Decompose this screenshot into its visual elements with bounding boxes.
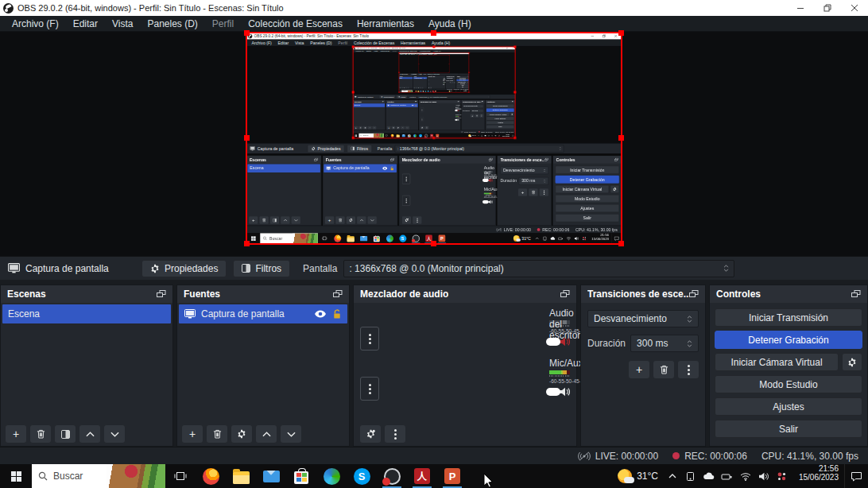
transition-options-button[interactable] xyxy=(678,361,699,378)
taskbar-firefox[interactable] xyxy=(196,464,226,488)
task-view-button[interactable] xyxy=(165,464,196,488)
close-button[interactable] xyxy=(841,0,868,16)
menu-archivo[interactable]: Archivo (F) xyxy=(5,16,66,32)
menu-ayuda[interactable]: Ayuda (H) xyxy=(421,16,479,32)
mixer-dock-header: Mezclador de audio xyxy=(428,76,446,77)
controls-dock-header[interactable]: Controles xyxy=(710,285,867,303)
restore-button[interactable] xyxy=(814,0,841,16)
menu-vista[interactable]: Vista xyxy=(105,16,140,32)
move-scene-down-button[interactable] xyxy=(104,425,125,443)
action-center-button[interactable] xyxy=(844,464,868,488)
properties-label: Propiedades xyxy=(317,146,340,151)
minimize-button[interactable] xyxy=(787,0,814,16)
move-source-up-button[interactable] xyxy=(256,425,277,443)
transition-select[interactable]: Desvanecimiento xyxy=(587,310,699,327)
menu-paneles[interactable]: Paneles (D) xyxy=(141,16,205,32)
taskbar-edge[interactable] xyxy=(316,464,347,488)
dock-float-icon[interactable] xyxy=(333,290,343,298)
sources-title: Fuentes xyxy=(387,101,394,103)
filters-button[interactable]: Filtros xyxy=(233,260,290,277)
tray-volume-icon xyxy=(460,91,462,91)
add-source-button[interactable]: + xyxy=(182,425,203,443)
remove-scene-button[interactable] xyxy=(30,425,51,443)
tray-wifi-icon[interactable] xyxy=(738,472,754,481)
scenes-dock-header[interactable]: Escenas xyxy=(1,285,172,303)
taskbar-powerpoint[interactable]: P xyxy=(437,464,467,488)
firefox-icon xyxy=(334,234,341,242)
move-scene-up-button[interactable] xyxy=(79,425,100,443)
source-properties-button[interactable] xyxy=(231,425,252,443)
menu-herramientas[interactable]: Herramientas xyxy=(350,16,421,32)
tray-device-icon[interactable] xyxy=(719,472,735,481)
sources-dock-header[interactable]: Fuentes xyxy=(177,285,349,303)
scene-item[interactable]: Escena xyxy=(2,304,171,323)
tray-app-icon[interactable] xyxy=(774,471,790,482)
remove-transition-button[interactable] xyxy=(653,361,674,378)
channel-options-button[interactable] xyxy=(360,377,379,401)
taskbar-mail[interactable] xyxy=(256,464,286,488)
menu-coleccion-escenas[interactable]: Colección de Escenas xyxy=(241,16,350,32)
minimize-button xyxy=(500,47,505,50)
tray-onedrive-icon[interactable] xyxy=(701,472,717,480)
captured-screen-surface xyxy=(419,56,449,72)
file-explorer-icon xyxy=(397,134,400,137)
spinner-arrows-icon[interactable] xyxy=(687,340,692,347)
properties-button[interactable]: Propiedades xyxy=(141,260,227,277)
start-button[interactable] xyxy=(0,464,32,488)
dock-float-icon[interactable] xyxy=(560,290,570,298)
mute-speaker-icon xyxy=(457,119,459,121)
source-item[interactable]: Captura de pantalla xyxy=(179,304,347,323)
preview-source-region[interactable]: OBS 29.0.2 (64-bit, windows) - Perfil: S… xyxy=(246,33,622,244)
stop-recording-button[interactable]: Detener Grabación xyxy=(715,331,862,349)
selection-handle xyxy=(432,137,435,139)
taskbar-acrobat[interactable]: 人 xyxy=(407,464,437,488)
channel-options-button[interactable] xyxy=(360,327,379,351)
exit-button[interactable]: Salir xyxy=(715,420,862,438)
spinner-arrows-icon[interactable] xyxy=(687,316,692,323)
tray-chevron-up-icon[interactable] xyxy=(665,474,680,478)
screen-select[interactable]: : 1366x768 @ 0.0 (Monitor principal) xyxy=(343,260,734,277)
meter-tick-labels: -60-55-50-45-40-35-30-25-20-15-10-50 xyxy=(549,377,570,385)
mixer-options-button[interactable] xyxy=(385,425,405,443)
transitions-dock-header[interactable]: Transiciones de esce... xyxy=(581,285,705,303)
search-box[interactable]: Buscar xyxy=(32,464,165,488)
menu-editar[interactable]: Editar xyxy=(66,16,105,32)
taskbar-obs[interactable] xyxy=(377,464,407,488)
virtual-camera-settings-button[interactable] xyxy=(842,353,862,371)
volume-slider[interactable] xyxy=(549,390,554,393)
mixer-dock-header[interactable]: Mezclador de audio xyxy=(354,285,576,303)
taskbar-store[interactable] xyxy=(286,464,316,488)
weather-widget[interactable]: 31°C xyxy=(611,464,665,488)
duration-label: Duración xyxy=(463,110,470,112)
channel-db-value: 0.0 dB xyxy=(447,78,448,79)
start-streaming-button[interactable]: Iniciar Transmisión xyxy=(715,308,862,327)
add-transition-button[interactable]: + xyxy=(629,361,649,378)
move-source-down-button[interactable] xyxy=(281,425,301,443)
dock-float-icon[interactable] xyxy=(689,290,699,298)
tray-tablet-icon[interactable] xyxy=(683,471,699,482)
settings-button[interactable]: Ajustes xyxy=(715,397,862,416)
dock-float-icon[interactable] xyxy=(851,290,861,298)
channel-name: Audio del escritorio xyxy=(455,104,463,110)
taskbar-explorer[interactable] xyxy=(226,464,256,488)
spinner-arrows-icon[interactable] xyxy=(723,265,729,272)
studio-mode-button[interactable]: Modo Estudio xyxy=(715,375,862,393)
remove-source-button[interactable] xyxy=(207,425,227,443)
taskbar-skype[interactable]: S xyxy=(347,464,377,488)
mute-speaker-icon[interactable] xyxy=(559,337,570,347)
visibility-eye-icon[interactable] xyxy=(314,310,327,318)
dock-float-icon[interactable] xyxy=(157,290,166,298)
transitions-title: Transiciones de esce... xyxy=(587,289,689,300)
mute-speaker-icon[interactable] xyxy=(559,387,570,397)
scene-filters-button[interactable] xyxy=(55,425,76,443)
add-scene-button[interactable]: + xyxy=(6,425,26,443)
tray-volume-icon[interactable] xyxy=(756,472,772,481)
volume-slider[interactable] xyxy=(549,340,554,343)
advanced-audio-button[interactable] xyxy=(360,425,381,443)
duration-spinbox[interactable]: 300 ms xyxy=(630,335,699,352)
taskbar-clock[interactable]: 21:56 15/06/2023 xyxy=(793,464,844,488)
start-virtual-camera-button[interactable]: Iniciar Cámara Virtual xyxy=(715,353,839,371)
menu-perfil[interactable]: Perfil xyxy=(205,16,241,32)
stop-recording-button: Detener Grabación xyxy=(556,176,619,184)
lock-open-icon[interactable] xyxy=(332,309,342,320)
